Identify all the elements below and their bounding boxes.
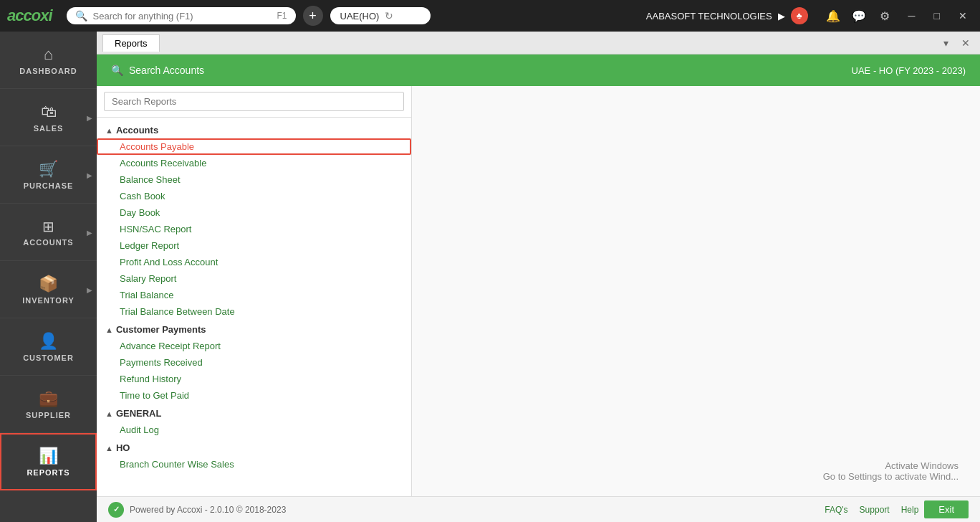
- search-reports-input[interactable]: [104, 92, 404, 111]
- tree-item-payments-received[interactable]: Payments Received: [97, 354, 411, 371]
- settings-button[interactable]: ⚙: [874, 5, 895, 27]
- tab-chevron-button[interactable]: ▾: [939, 36, 953, 50]
- supplier-icon: 💼: [39, 389, 58, 408]
- tree-item-hsn-sac-report[interactable]: HSN/SAC Report: [97, 221, 411, 237]
- green-header: 🔍 Search Accounts UAE - HO (FY 2023 - 20…: [97, 54, 980, 86]
- maximize-button[interactable]: □: [928, 7, 946, 24]
- company-info: AABASOFT TECHNOLOGIES ▶ ♣: [646, 7, 808, 24]
- tree-item-accounts-receivable[interactable]: Accounts Receivable: [97, 155, 411, 171]
- user-avatar[interactable]: ♣: [791, 7, 808, 24]
- search-accounts-icon: 🔍: [111, 65, 123, 76]
- accounts-group-label: Accounts: [116, 125, 158, 136]
- tree-item-branch-counter-wise-sales[interactable]: Branch Counter Wise Sales: [97, 456, 411, 473]
- top-bar: accoxi 🔍 F1 + UAE(HO) ↻ AABASOFT TECHNOL…: [0, 0, 980, 32]
- tree-group-general: ▲ GENERAL Audit Log: [97, 405, 411, 438]
- tree-item-day-book[interactable]: Day Book: [97, 204, 411, 221]
- customer-icon: 👤: [39, 332, 58, 351]
- tree-group-ho-header[interactable]: ▲ HO: [97, 440, 411, 456]
- accounts-items: Accounts Payable Accounts Receivable Bal…: [97, 138, 411, 320]
- accounts-icon: ⊞: [42, 218, 54, 235]
- tree-item-ledger-report[interactable]: Ledger Report: [97, 237, 411, 254]
- right-panel: Activate Windows Go to Settings to activ…: [412, 86, 980, 496]
- faqs-link[interactable]: FAQ's: [825, 505, 847, 515]
- global-search-input[interactable]: [93, 11, 272, 22]
- general-toggle-icon: ▲: [105, 409, 113, 418]
- sales-icon: 🛍: [41, 103, 57, 121]
- tree-item-trial-balance-between-date[interactable]: Trial Balance Between Date: [97, 303, 411, 320]
- sidebar-label-dashboard: DASHBOARD: [19, 67, 77, 75]
- tree-item-accounts-payable[interactable]: Accounts Payable: [97, 138, 411, 155]
- close-window-button[interactable]: ✕: [953, 7, 973, 24]
- tree-group-general-header[interactable]: ▲ GENERAL: [97, 405, 411, 422]
- tree-item-time-to-get-paid[interactable]: Time to Get Paid: [97, 387, 411, 404]
- support-link[interactable]: Support: [860, 505, 890, 515]
- sidebar-item-accounts[interactable]: ⊞ ACCOUNTS ▶: [0, 204, 97, 261]
- tree-item-trial-balance[interactable]: Trial Balance: [97, 287, 411, 303]
- ho-items: Branch Counter Wise Sales: [97, 456, 411, 473]
- inventory-icon: 📦: [39, 275, 58, 293]
- sidebar-label-purchase: PURCHASE: [24, 181, 74, 190]
- help-link[interactable]: Help: [901, 505, 919, 515]
- sidebar-item-dashboard[interactable]: ⌂ DASHBOARD: [0, 32, 97, 89]
- content-area: Reports ▾ ✕ 🔍 Search Accounts UAE - HO (…: [97, 32, 980, 522]
- tab-close-button[interactable]: ✕: [957, 36, 974, 50]
- refresh-icon[interactable]: ↻: [385, 10, 393, 22]
- tree-item-balance-sheet[interactable]: Balance Sheet: [97, 171, 411, 188]
- footer-links: FAQ's Support Help: [825, 505, 918, 515]
- tree-item-advance-receipt-report[interactable]: Advance Receipt Report: [97, 338, 411, 354]
- tree-item-cash-book[interactable]: Cash Book: [97, 188, 411, 204]
- notifications-button[interactable]: 🔔: [822, 5, 844, 27]
- app-logo: accoxi: [7, 6, 52, 25]
- general-group-label: GENERAL: [116, 408, 162, 419]
- tree-group-accounts-header[interactable]: ▲ Accounts: [97, 122, 411, 138]
- fy-info: UAE - HO (FY 2023 - 2023): [852, 65, 966, 76]
- tree-item-audit-log[interactable]: Audit Log: [97, 422, 411, 438]
- global-search-bar[interactable]: 🔍 F1: [67, 7, 296, 24]
- tab-bar: Reports ▾ ✕: [97, 32, 980, 54]
- location-selector[interactable]: UAE(HO) ↻: [330, 7, 431, 24]
- tree-group-ho: ▲ HO Branch Counter Wise Sales: [97, 440, 411, 473]
- ho-toggle-icon: ▲: [105, 444, 113, 452]
- tab-label-reports: Reports: [115, 38, 148, 49]
- search-reports-container: [97, 86, 411, 118]
- sidebar-item-inventory[interactable]: 📦 INVENTORY ▶: [0, 261, 97, 318]
- reports-content: 🔍 Search Accounts UAE - HO (FY 2023 - 20…: [97, 54, 980, 496]
- sidebar-item-supplier[interactable]: 💼 SUPPLIER: [0, 376, 97, 433]
- search-icon: 🔍: [75, 10, 87, 22]
- sidebar-label-inventory: INVENTORY: [22, 296, 75, 305]
- reports-tab[interactable]: Reports: [102, 34, 160, 52]
- minimize-button[interactable]: ─: [903, 7, 921, 24]
- tree-item-salary-report[interactable]: Salary Report: [97, 270, 411, 287]
- user-icon-symbol: ♣: [797, 11, 802, 21]
- inventory-arrow: ▶: [87, 285, 92, 293]
- company-arrow: ▶: [778, 11, 785, 22]
- location-text: UAE(HO): [340, 11, 380, 22]
- tree-group-accounts: ▲ Accounts Accounts Payable Accounts Rec…: [97, 122, 411, 320]
- accounts-toggle-icon: ▲: [105, 126, 113, 135]
- tree-item-profit-and-loss[interactable]: Profit And Loss Account: [97, 254, 411, 270]
- purchase-icon: 🛒: [39, 160, 58, 179]
- dashboard-icon: ⌂: [44, 45, 53, 64]
- messages-button[interactable]: 💬: [848, 5, 870, 27]
- reports-panel: ▲ Accounts Accounts Payable Accounts Rec…: [97, 86, 980, 496]
- search-shortcut: F1: [277, 11, 287, 21]
- sidebar-label-accounts: ACCOUNTS: [23, 238, 73, 247]
- company-name-text: AABASOFT TECHNOLOGIES: [646, 11, 772, 22]
- tree-group-customer-payments-header[interactable]: ▲ Customer Payments: [97, 321, 411, 338]
- sidebar-item-customer[interactable]: 👤 CUSTOMER: [0, 318, 97, 376]
- tree-item-refund-history[interactable]: Refund History: [97, 371, 411, 387]
- add-new-button[interactable]: +: [303, 6, 323, 26]
- sidebar-item-reports[interactable]: 📊 REPORTS: [0, 433, 97, 490]
- tab-actions: ▾ ✕: [939, 36, 974, 50]
- reports-icon: 📊: [39, 447, 58, 465]
- exit-button[interactable]: Exit: [924, 500, 969, 518]
- customer-payments-items: Advance Receipt Report Payments Received…: [97, 338, 411, 404]
- purchase-arrow: ▶: [87, 171, 92, 179]
- sidebar-label-supplier: SUPPLIER: [26, 411, 71, 419]
- left-panel: ▲ Accounts Accounts Payable Accounts Rec…: [97, 86, 412, 496]
- footer: ✓ Powered by Accoxi - 2.0.10 © 2018-2023…: [97, 496, 980, 522]
- sidebar-item-purchase[interactable]: 🛒 PURCHASE ▶: [0, 146, 97, 204]
- search-accounts-label: 🔍 Search Accounts: [111, 65, 204, 76]
- customer-payments-group-label: Customer Payments: [116, 324, 206, 335]
- sidebar-item-sales[interactable]: 🛍 SALES ▶: [0, 89, 97, 146]
